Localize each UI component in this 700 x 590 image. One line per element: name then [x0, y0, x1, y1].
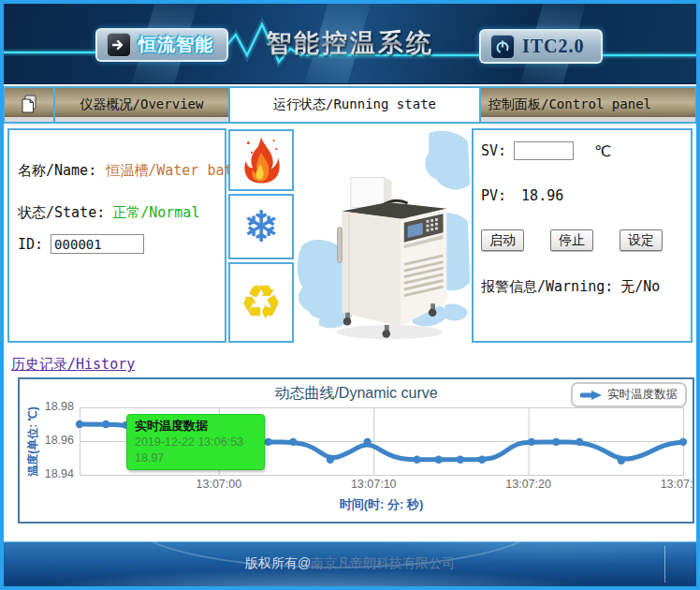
copyright-text: 版权所有@南京凡帝朗科技有限公司 [4, 555, 696, 572]
id-label: ID: [18, 236, 43, 253]
circulation-cell: ♻ [228, 262, 294, 343]
document-icon [20, 94, 38, 117]
copyright-prefix: 版权所有@ [245, 555, 311, 570]
status-icon-column: ❄ ♻ [228, 128, 294, 343]
state-value: 正常/Normal [112, 204, 199, 222]
document-icon-cell[interactable] [4, 86, 54, 124]
app-window: 恒流智能 智能控温系统 ITC2.0 仪器概况/Overview [0, 0, 700, 590]
tooltip-value: 18.97 [135, 450, 256, 466]
company-name: 南京凡帝朗科技有限公司 [311, 555, 455, 570]
state-label: 状态/State: [18, 204, 105, 222]
control-panel: SV: ℃ PV: 18.96 启动 停止 设定 报警信息/Warning: 无… [472, 128, 693, 343]
warning-value: 无/No [620, 278, 660, 296]
stop-button[interactable]: 停止 [550, 229, 593, 251]
version-label: ITC2.0 [522, 36, 585, 57]
legend[interactable]: 实时温度数据 [571, 382, 687, 407]
x-tick-label: 13:07:20 [497, 478, 561, 491]
footer-divider [664, 546, 665, 583]
tooltip-timestamp: 2019-12-22 13:06:53 [135, 435, 256, 450]
water-bath-photo [296, 128, 470, 343]
logo-button[interactable]: 恒流智能 [95, 28, 228, 62]
sv-input[interactable] [514, 141, 574, 160]
start-button[interactable]: 启动 [481, 229, 524, 251]
snowflake-icon: ❄ [243, 205, 280, 248]
heating-cell [228, 129, 294, 191]
device-photo-cell [296, 128, 470, 343]
tab-overview[interactable]: 仪器概况/Overview [54, 86, 229, 124]
tooltip-series-name: 实时温度数据 [135, 418, 256, 435]
tab-bar: 仪器概况/Overview 运行状态/Running state 控制面板/Co… [4, 86, 696, 124]
y-axis-label: 温度(单位: ℃) [25, 377, 41, 512]
tab-control-panel[interactable]: 控制面板/Control panel [480, 86, 696, 124]
x-tick-label: 13:07:00 [187, 478, 251, 491]
dynamic-curve-chart: 动态曲线/Dynamic curve 实时温度数据 18.9818.9618.9… [18, 377, 694, 524]
chart-tooltip: 实时温度数据 2019-12-22 13:06:53 18.97 [126, 414, 265, 470]
sv-label: SV: [481, 142, 506, 159]
pv-label: PV: [481, 187, 506, 204]
tab-running-state[interactable]: 运行状态/Running state [229, 86, 480, 124]
warning-label: 报警信息/Warning: [481, 278, 613, 296]
x-axis-label: 时间(时: 分: 秒) [80, 496, 683, 513]
history-link[interactable]: 历史记录/History [11, 356, 135, 373]
legend-line-marker-icon [580, 390, 603, 401]
overview-panel: 名称/Name: 恒温槽/Water bath 状态/State: 正常/Nor… [7, 128, 226, 343]
arrow-right-icon [107, 33, 131, 57]
logo-label: 恒流智能 [139, 33, 213, 57]
celsius-unit: ℃ [594, 142, 611, 160]
x-tick-label: 13:07:30 [651, 478, 694, 491]
header-banner: 恒流智能 智能控温系统 ITC2.0 [4, 4, 696, 84]
id-input[interactable] [51, 234, 144, 254]
pv-value: 18.96 [521, 187, 563, 204]
main-content: 名称/Name: 恒温槽/Water bath 状态/State: 正常/Nor… [4, 124, 696, 347]
history-section: 历史记录/History [11, 356, 696, 374]
version-button[interactable]: ITC2.0 [479, 29, 603, 64]
cooling-cell: ❄ [228, 194, 294, 259]
power-icon [490, 35, 515, 59]
name-value: 恒温槽/Water bath [106, 162, 241, 180]
name-label: 名称/Name: [18, 162, 96, 180]
x-tick-label: 13:07:10 [342, 478, 405, 491]
legend-label: 实时温度数据 [607, 387, 678, 403]
footer: 版权所有@南京凡帝朗科技有限公司 [4, 541, 696, 586]
set-button[interactable]: 设定 [620, 229, 663, 251]
fire-icon [242, 135, 280, 185]
recycle-icon: ♻ [241, 279, 283, 326]
